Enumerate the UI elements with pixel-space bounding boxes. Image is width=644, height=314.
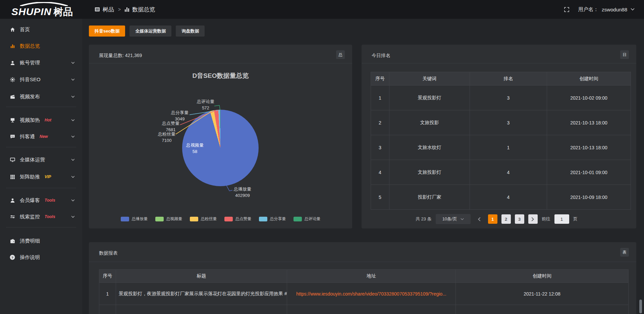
chevron-down-icon	[71, 159, 75, 161]
tab-inquiry-data[interactable]: 询盘数据	[176, 25, 205, 37]
grid-icon	[9, 173, 16, 180]
col-keyword: 关键词	[389, 72, 470, 86]
goto-label: 前往	[542, 216, 550, 222]
impressions-total: 展现量总数: 421,369	[99, 53, 142, 59]
fullscreen-icon[interactable]	[564, 7, 570, 12]
sidebar-item-consume-detail[interactable]: 消费明细	[0, 235, 82, 247]
pie-label-plays: 总播放量402909	[234, 186, 251, 199]
app-header: SHUPIN 树品 树品 > 数据总览 用户名： zswodun88	[0, 0, 644, 19]
table-row: 5投影灯厂家42021-10-09 18:00	[371, 185, 631, 210]
total-view-badge[interactable]: 总	[336, 50, 345, 59]
vip-tag: VIP	[45, 174, 51, 179]
col-created: 创建时间	[456, 270, 629, 283]
sidebar-item-douketong[interactable]: 抖客通 New	[0, 131, 82, 142]
sidebar-divider	[6, 147, 76, 147]
impressions-total-label: 展现量总数:	[99, 53, 124, 58]
panel-divider	[89, 63, 352, 63]
sidebar-item-label: 首页	[20, 27, 30, 33]
pagination-total: 共 23 条	[416, 216, 432, 222]
sidebar-item-video-publish[interactable]: 视频发布	[0, 91, 82, 102]
video-link[interactable]: https://www.iesdouyin.com/share/video/70…	[296, 291, 446, 297]
legend-item-likes[interactable]: 总点赞量	[224, 216, 252, 222]
legend-item-comments[interactable]: 总评论量	[293, 216, 321, 222]
tab-douyin-seo-data[interactable]: 抖音seo数据	[89, 25, 125, 37]
prev-page-button[interactable]	[475, 214, 484, 224]
sidebar-item-douyin-seo[interactable]: 抖音SEO	[0, 74, 82, 85]
video-icon	[9, 93, 16, 100]
chevron-down-icon	[71, 96, 75, 98]
sidebar-item-label: 矩阵助推	[20, 174, 40, 180]
username-label: 用户名：	[578, 6, 598, 13]
sidebar-item-label: 抖客通	[20, 134, 35, 140]
data-tabs: 抖音seo数据 全媒体运营数据 询盘数据	[89, 25, 205, 37]
sidebar-item-account[interactable]: 账号管理	[0, 57, 82, 68]
video-title: 景观投影灯，夜游景观投影灯厂家展示展示落花灯在花园里的灯光投影应用效果 #	[116, 283, 287, 305]
sidebar-item-media-operation[interactable]: 全媒体运营	[0, 154, 82, 165]
sidebar-item-member-burst[interactable]: 会员爆客 Tools	[0, 195, 82, 206]
sidebar-item-label: 全媒体运营	[20, 157, 45, 163]
tab-media-operation-data[interactable]: 全媒体运营数据	[129, 25, 171, 37]
bar-chart-icon	[125, 7, 129, 12]
legend-swatch	[224, 217, 233, 221]
goto-page-input[interactable]	[554, 214, 569, 224]
chevron-down-icon	[461, 218, 464, 220]
username[interactable]: zswodun88	[602, 7, 627, 12]
chart-panel: 展现量总数: 421,369 总 D音SEO数据量总览 总评论量572 总分享量…	[89, 45, 352, 228]
table-row	[99, 305, 629, 314]
report-table: 序号 标题 地址 创建时间 1 景观投影灯，夜游景观投影灯厂家展示展示落花灯在花…	[99, 269, 629, 314]
sidebar-item-home[interactable]: 首页	[0, 24, 82, 35]
page-button-2[interactable]: 2	[501, 214, 511, 224]
sidebar-item-lead-monitor[interactable]: 线索监控 Tools	[0, 211, 82, 222]
breadcrumb: 树品 > 数据总览	[95, 0, 155, 19]
legend-item-videos[interactable]: 总视频量	[155, 216, 182, 222]
legend-swatch	[190, 217, 198, 221]
col-no: 序号	[99, 270, 116, 283]
sidebar-item-label: 线索监控	[20, 214, 40, 220]
sidebar-item-data-overview[interactable]: 数据总览	[0, 40, 82, 52]
app-logo[interactable]: SHUPIN 树品	[11, 2, 73, 17]
sidebar-item-label: 视频发布	[20, 94, 40, 100]
breadcrumb-separator: >	[118, 7, 121, 12]
goto-suffix: 页	[573, 216, 578, 222]
pie-label-fans: 总粉丝量7100	[158, 131, 175, 144]
sidebar-item-label: 账号管理	[20, 60, 40, 66]
sidebar-item-label: 操作说明	[20, 254, 40, 261]
sidebar-item-label: 数据总览	[20, 43, 40, 49]
sidebar: 首页 数据总览 账号管理 抖音SEO 视频发布 视频加热 Hot 抖客通 New…	[0, 19, 82, 314]
member-icon	[9, 197, 16, 204]
page-size-select[interactable]: 10条/页	[436, 214, 471, 224]
panel-divider	[89, 262, 636, 262]
chat-icon	[9, 133, 16, 140]
breadcrumb-root[interactable]: 树品	[103, 6, 114, 13]
logo-text: SHUPIN	[11, 6, 51, 17]
tools-tag: Tools	[45, 198, 55, 203]
sidebar-item-label: 视频加热	[20, 117, 40, 123]
sidebar-item-matrix-boost[interactable]: 矩阵助推 VIP	[0, 171, 82, 182]
page-button-1[interactable]: 1	[488, 214, 497, 224]
pie-label-comments: 总评论量572	[197, 98, 214, 111]
chevron-down-icon	[71, 216, 75, 218]
table-header-row: 序号 关键词 排名 创建时间	[371, 72, 631, 86]
legend-item-plays[interactable]: 总播放量	[121, 216, 148, 222]
col-created: 创建时间	[547, 72, 631, 86]
table-view-badge[interactable]: 表	[620, 248, 629, 257]
legend-item-shares[interactable]: 总分享量	[259, 216, 286, 222]
table-row: 1景观投影灯32021-10-02 09:00	[371, 86, 631, 110]
next-page-button[interactable]	[528, 214, 538, 224]
report-panel: 数据报表 表 序号 标题 地址 创建时间 1 景观投影灯，夜游景观投影灯厂家展示…	[89, 242, 636, 314]
panel-divider	[362, 63, 636, 63]
scrollbar[interactable]	[639, 300, 642, 313]
pie-legend: 总播放量 总视频量 总粉丝量 总点赞量 总分享量 总评论量	[89, 216, 352, 222]
chevron-down-icon	[71, 176, 75, 178]
table-row: 2文旅投影32021-10-13 18:00	[371, 110, 631, 135]
sidebar-item-label: 消费明细	[20, 238, 40, 244]
page-button-3[interactable]: 3	[515, 214, 524, 224]
sidebar-item-instructions[interactable]: ? 操作说明	[0, 252, 82, 263]
table-row: 1 景观投影灯，夜游景观投影灯厂家展示展示落花灯在花园里的灯光投影应用效果 # …	[99, 283, 629, 305]
user-menu-chevron-icon[interactable]	[631, 8, 635, 11]
user-icon	[9, 59, 16, 66]
day-view-badge[interactable]: 日	[620, 50, 629, 59]
legend-item-fans[interactable]: 总粉丝量	[190, 216, 217, 222]
sidebar-item-video-heat[interactable]: 视频加热 Hot	[0, 114, 82, 126]
sliders-icon	[9, 213, 16, 220]
